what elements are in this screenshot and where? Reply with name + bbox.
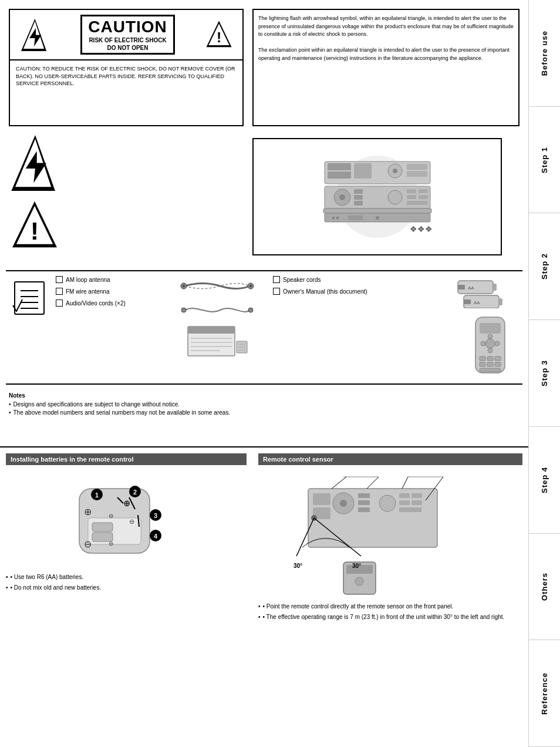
caution-title-block: CAUTION RISK OF ELECTRIC SHOCK DO NOT OP…: [80, 15, 175, 55]
svg-rect-102: [313, 493, 330, 505]
svg-rect-25: [354, 195, 363, 200]
notes-item1: • Designs and specifications are subject…: [9, 401, 519, 408]
receiver-diagram: 30° 30°: [258, 471, 522, 600]
caution-box: CAUTION RISK OF ELECTRIC SHOCK DO NOT OP…: [9, 9, 244, 126]
svg-rect-30: [407, 195, 416, 199]
remote-section-header: Remote control sensor: [258, 453, 522, 465]
svg-point-50: [248, 308, 253, 312]
svg-rect-31: [419, 195, 428, 199]
svg-rect-114: [399, 507, 421, 512]
svg-rect-107: [358, 500, 370, 505]
checklist-icon: [12, 279, 50, 317]
svg-rect-113: [411, 500, 422, 505]
svg-point-36: [336, 217, 339, 219]
acc-label-speaker: Speaker cords: [283, 277, 321, 283]
svg-line-124: [367, 477, 379, 489]
checklist-area: [9, 276, 53, 320]
caution-subtitle-line1: RISK OF ELECTRIC SHOCK: [88, 36, 167, 44]
svg-rect-110: [399, 493, 410, 498]
svg-rect-108: [358, 507, 370, 512]
sidebar-label-before-use: Before use: [540, 31, 549, 76]
svg-text:30°: 30°: [352, 563, 361, 569]
svg-rect-33: [323, 208, 431, 213]
svg-text:❖❖❖: ❖❖❖: [410, 224, 433, 234]
warning-symbols-section: !: [9, 135, 62, 251]
sidebar-step3: Step 3: [529, 320, 560, 427]
lightning-bolt-icon: [19, 19, 51, 51]
remote-bullet1: • • Point the remote control directly at…: [258, 603, 522, 611]
svg-text:!: !: [217, 29, 221, 45]
acc-item-fm: FM wire antenna: [56, 288, 161, 295]
svg-point-105: [340, 500, 347, 507]
sidebar-step1: Step 1: [529, 107, 560, 214]
svg-rect-70: [480, 323, 501, 334]
svg-rect-37: [348, 216, 363, 220]
svg-point-48: [249, 285, 252, 287]
big-exclamation-icon: !: [9, 200, 60, 251]
svg-rect-16: [354, 163, 372, 179]
svg-point-73: [495, 341, 500, 346]
acc-checkbox-fm: [56, 288, 63, 295]
battery-bullet2: • • Do not mix old and new batteries.: [6, 584, 247, 592]
svg-point-47: [183, 285, 185, 287]
svg-rect-15: [328, 171, 351, 179]
sidebar-label-step3: Step 3: [540, 360, 549, 386]
svg-point-27: [388, 190, 402, 204]
svg-text:⊕: ⊕: [123, 499, 130, 508]
svg-text:⊖: ⊖: [84, 539, 92, 549]
svg-rect-63: [458, 285, 465, 290]
remote-section: Remote control sensor: [252, 447, 528, 627]
acc-item-manual: Owner's Manual (this document): [273, 288, 379, 295]
svg-rect-80: [487, 362, 493, 366]
svg-point-35: [332, 217, 335, 219]
svg-rect-19: [407, 164, 427, 170]
big-lightning-icon: [9, 135, 62, 191]
exclamation-triangle-icon: !: [204, 20, 234, 49]
acc-checkbox-av: [56, 300, 63, 307]
remote-battery-illustration: ⊕ ⊖ 1 2 3 4 ⊕ ⊖ ⊖ ⊖: [44, 471, 208, 571]
caution-subtitle-line2: DO NOT OPEN: [88, 44, 167, 52]
svg-point-49: [181, 308, 186, 312]
battery-section-header: Installing batteries in the remote contr…: [6, 453, 247, 465]
audio-equipment-box: ❖❖❖: [252, 138, 502, 255]
svg-text:⊕: ⊕: [84, 507, 92, 517]
battery-section: Installing batteries in the remote contr…: [0, 447, 252, 598]
svg-point-71: [485, 339, 495, 348]
caution-header: CAUTION RISK OF ELECTRIC SHOCK DO NOT OP…: [10, 10, 242, 60]
svg-rect-52: [188, 327, 235, 334]
sidebar-label-step4: Step 4: [540, 467, 549, 493]
svg-text:!: !: [31, 217, 39, 245]
svg-rect-76: [480, 356, 485, 361]
top-section: CAUTION RISK OF ELECTRIC SHOCK DO NOT OP…: [0, 0, 528, 135]
svg-rect-106: [358, 493, 370, 498]
acc-label-manual: Owner's Manual (this document): [283, 288, 367, 295]
svg-line-123: [332, 477, 346, 489]
sidebar-reference: Reference: [529, 640, 560, 747]
svg-point-23: [339, 194, 345, 200]
right-sidebar: Before use Step 1 Step 2 Step 3 Step 4 O…: [528, 0, 560, 747]
svg-rect-40: [15, 282, 44, 314]
svg-rect-77: [487, 356, 493, 361]
acc-checkbox-am: [56, 276, 63, 283]
av-cable-icon: [179, 276, 255, 297]
svg-rect-81: [495, 362, 501, 366]
svg-text:⊖: ⊖: [109, 513, 113, 519]
svg-text:2: 2: [133, 489, 137, 496]
acc-item-av: Audio/Video cords (×2): [56, 300, 161, 307]
svg-rect-32: [407, 201, 428, 205]
sidebar-label-others: Others: [540, 573, 549, 601]
remote-bullet2: • • The effective operating range is 7 m…: [258, 613, 522, 621]
svg-point-109: [379, 495, 396, 512]
svg-point-120: [355, 577, 363, 586]
acc-checkbox-speaker: [273, 276, 280, 283]
svg-rect-29: [419, 189, 428, 193]
acc-label-am: AM loop antenna: [66, 277, 110, 283]
stereo-system-illustration: ❖❖❖: [295, 150, 460, 244]
svg-rect-79: [480, 362, 485, 366]
sidebar-label-reference: Reference: [540, 672, 549, 715]
acc-item-speaker: Speaker cords: [273, 276, 379, 283]
acc-label-fm: FM wire antenna: [66, 288, 109, 295]
svg-rect-78: [495, 356, 501, 361]
svg-rect-67: [464, 300, 471, 304]
acc-item-am: AM loop antenna: [56, 276, 161, 283]
